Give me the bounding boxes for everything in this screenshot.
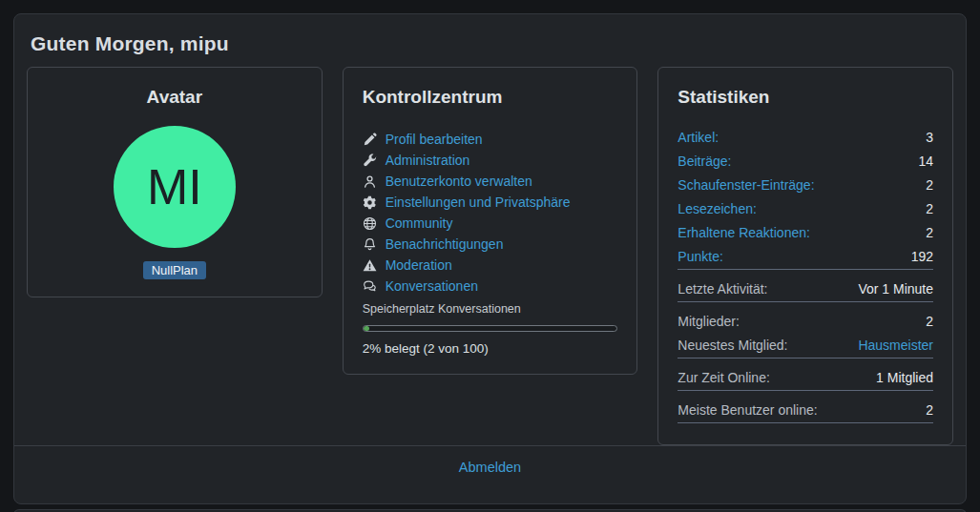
stat-row: Mitglieder:2	[678, 309, 933, 333]
stat-label[interactable]: Lesezeichen:	[678, 201, 757, 216]
stat-row: Meiste Benutzer online:2	[678, 398, 933, 421]
warning-icon	[363, 258, 377, 273]
user-icon	[363, 174, 377, 189]
logout-link[interactable]: Abmelden	[459, 460, 521, 475]
stat-row: Letzte Aktivität:Vor 1 Minute	[678, 276, 933, 300]
control-link[interactable]: Benutzerkonto verwalten	[386, 174, 532, 189]
panel-footer: Abmelden	[14, 445, 966, 476]
stat-value: 1 Mitglied	[876, 370, 933, 385]
stat-value: Vor 1 Minute	[858, 281, 933, 297]
storage-usage-text: 2% belegt (2 von 100)	[363, 341, 618, 356]
storage-label: Speicherplatz Konversationen	[363, 301, 618, 317]
stat-value: 2	[926, 225, 933, 240]
stat-value: 2	[926, 314, 933, 329]
avatar-card: Avatar MI NullPlan	[27, 67, 323, 297]
stat-label: Neuestes Mitglied:	[678, 338, 787, 353]
stat-row: Schaufenster-Einträge:2	[678, 173, 933, 196]
stats-group: Meiste Benutzer online:2	[678, 398, 933, 423]
stat-value: 2	[926, 201, 933, 216]
control-link-item: Konversationen	[363, 276, 618, 297]
stat-row: Artikel:3	[678, 125, 933, 149]
control-link-item: Moderation	[363, 255, 618, 276]
stat-label: Letzte Aktivität:	[678, 281, 767, 297]
control-link-item: Community	[363, 213, 618, 234]
control-link-item: Profil bearbeiten	[363, 129, 618, 150]
stat-value[interactable]: Hausmeister	[858, 338, 933, 353]
stats-group: Artikel:3Beiträge:14Schaufenster-Einträg…	[678, 125, 933, 270]
stat-value: 2	[926, 177, 933, 193]
page-background: { "page": { "greeting": "Guten Morgen, m…	[0, 0, 980, 512]
stats-group: Mitglieder:2Neuestes Mitglied:Hausmeiste…	[678, 309, 933, 358]
avatar-initials: MI	[147, 162, 202, 212]
control-link-item: Administration	[363, 150, 618, 171]
stat-value: 192	[911, 249, 933, 264]
cards-row: Avatar MI NullPlan Kontrollzentrum Profi…	[27, 67, 953, 445]
avatar: MI	[114, 126, 236, 248]
wrench-icon	[363, 154, 377, 168]
stat-row: Lesezeichen:2	[678, 196, 933, 220]
stats-groups: Artikel:3Beiträge:14Schaufenster-Einträg…	[678, 125, 933, 423]
bell-icon	[363, 237, 377, 252]
pencil-icon	[363, 133, 377, 147]
control-link[interactable]: Einstellungen und Privatsphäre	[386, 195, 571, 210]
control-link-item: Benachrichtigungen	[363, 234, 618, 255]
stat-value: 2	[926, 402, 933, 418]
storage-progressbar	[363, 325, 618, 332]
greeting-title: Guten Morgen, mipu	[31, 32, 953, 55]
main-panel: Guten Morgen, mipu Avatar MI NullPlan Ko…	[13, 13, 967, 504]
control-link[interactable]: Community	[386, 215, 453, 231]
stat-value: 14	[918, 154, 933, 169]
control-link-item: Benutzerkonto verwalten	[363, 171, 618, 192]
conversations-icon	[363, 279, 377, 294]
stat-row: Erhaltene Reaktionen:2	[678, 220, 933, 244]
stat-row: Beiträge:14	[678, 149, 933, 173]
stat-label[interactable]: Beiträge:	[678, 154, 731, 169]
avatar-card-title: Avatar	[47, 85, 302, 110]
stats-card: Statistiken Artikel:3Beiträge:14Schaufen…	[657, 67, 953, 445]
stats-group: Zur Zeit Online:1 Mitglied	[678, 365, 933, 391]
control-card: Kontrollzentrum Profil bearbeitenAdminis…	[343, 67, 638, 375]
control-links-list: Profil bearbeitenAdministrationBenutzerk…	[363, 129, 618, 297]
stat-label[interactable]: Schaufenster-Einträge:	[678, 177, 814, 193]
gear-icon	[363, 195, 377, 210]
control-card-title: Kontrollzentrum	[363, 85, 618, 110]
stat-label: Zur Zeit Online:	[678, 370, 769, 385]
stat-row: Neuestes Mitglied:Hausmeister	[678, 333, 933, 357]
control-link[interactable]: Konversationen	[386, 278, 478, 294]
stat-label: Meiste Benutzer online:	[678, 402, 817, 418]
storage-progressbar-fill	[364, 326, 369, 331]
control-link[interactable]: Benachrichtigungen	[386, 236, 504, 252]
stat-label: Mitglieder:	[678, 314, 740, 329]
stats-card-title: Statistiken	[678, 85, 933, 110]
control-link-item: Einstellungen und Privatsphäre	[363, 192, 618, 213]
stat-row: Punkte:192	[678, 244, 933, 268]
control-link[interactable]: Moderation	[386, 257, 452, 273]
stat-value: 3	[926, 130, 933, 145]
stat-label[interactable]: Artikel:	[678, 130, 719, 145]
control-link[interactable]: Profil bearbeiten	[386, 132, 483, 147]
user-rank-badge: NullPlan	[143, 261, 206, 279]
globe-icon	[363, 216, 377, 231]
stat-label[interactable]: Punkte:	[678, 249, 722, 264]
stats-group: Letzte Aktivität:Vor 1 Minute	[678, 276, 933, 302]
control-link[interactable]: Administration	[386, 153, 470, 168]
stat-label[interactable]: Erhaltene Reaktionen:	[678, 225, 810, 240]
stat-row: Zur Zeit Online:1 Mitglied	[678, 365, 933, 389]
